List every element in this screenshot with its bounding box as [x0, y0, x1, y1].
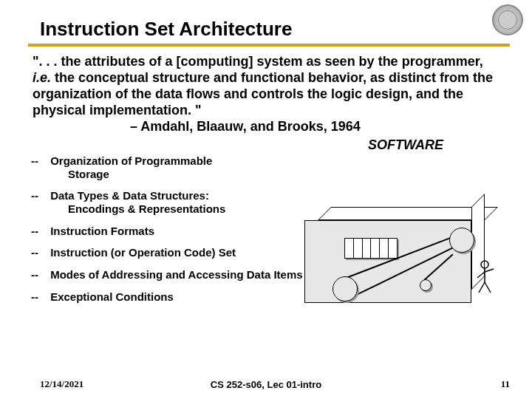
list-item: -- Instruction (or Operation Code) Set: [31, 246, 290, 259]
software-label: SOFTWARE: [0, 137, 532, 153]
page-number: 11: [501, 378, 532, 390]
svg-line-4: [479, 282, 485, 293]
gear-icon: [332, 276, 358, 301]
registers-icon: [344, 238, 398, 259]
svg-line-3: [485, 269, 494, 272]
svg-line-2: [477, 272, 485, 278]
quote-attribution: – Amdahl, Blaauw, and Brooks, 1964: [0, 119, 532, 136]
svg-point-0: [481, 261, 488, 268]
quote-post: the conceptual structure and functional …: [33, 70, 493, 117]
seal-logo: [492, 4, 523, 35]
quote-block: ". . . the attributes of a [computing] s…: [0, 47, 532, 119]
footer: 12/14/2021 CS 252-s06, Lec 01-intro 11: [0, 378, 532, 390]
footer-date: 12/14/2021: [0, 378, 83, 390]
svg-line-5: [485, 282, 491, 293]
machine-diagram: [304, 207, 498, 306]
footer-course: CS 252-s06, Lec 01-intro: [211, 379, 321, 390]
quote-pre: ". . . the attributes of a [computing] s…: [33, 54, 483, 69]
list-item: -- Data Types & Data Structures: Encodin…: [31, 189, 290, 215]
list-item: -- Organization of Programmable Storage: [31, 154, 290, 180]
quote-ie: i.e.: [33, 70, 51, 85]
list-item: -- Instruction Formats: [31, 225, 290, 238]
person-icon: [476, 260, 498, 296]
gear-icon: [420, 279, 432, 291]
gear-icon: [449, 228, 474, 253]
page-title: Instruction Set Architecture: [0, 0, 532, 44]
